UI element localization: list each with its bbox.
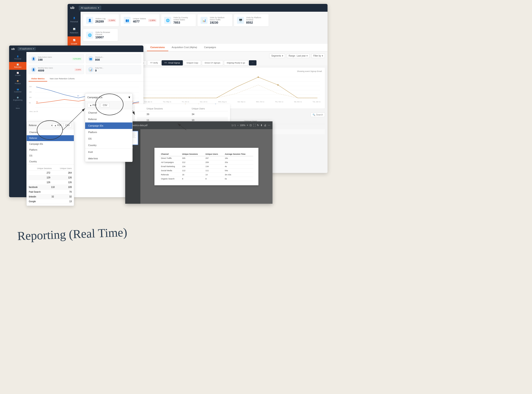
pdf-zoom-in[interactable]: + (247, 124, 248, 127)
sec-sidebar-growth[interactable]: 📈 Growth (9, 70, 26, 78)
sec-sidebar-engineering[interactable]: ⚙️ Engineering (9, 95, 26, 103)
dropdown-item-country[interactable]: Country (27, 159, 74, 165)
sec-growth-icon: 📈 (17, 72, 19, 74)
event-tab-drove[interactable]: Drove CF signups (202, 60, 223, 65)
big-dropdown-item-campaign[interactable]: Campaign IDs (85, 122, 132, 129)
visits-platform-icon: 🖥️ (237, 17, 244, 24)
big-dropdown-select[interactable]: Campaign IDs (87, 96, 127, 98)
pdf-fit[interactable]: ⊡ (250, 124, 252, 127)
sec-sidebar-more[interactable]: ⋯ More (9, 103, 26, 111)
big-dropdown-item-referrer[interactable]: Referrer (85, 116, 132, 122)
pdf-main: Channel Unique Sessions Unique Users Ave… (140, 129, 272, 204)
metric-wau: 👥 Weekly A... 808 (86, 54, 141, 63)
tab-campaigns[interactable]: Campaigns (201, 44, 220, 51)
dau-badge: +175.00% (72, 57, 82, 60)
sec-sidebar-personal[interactable]: 👤 Personal (9, 54, 26, 62)
pdf-print[interactable]: 🖨 (264, 124, 266, 127)
handwriting-text: Reporting (Real Time) (17, 226, 127, 243)
range-filter[interactable]: Range : Last year ▾ (287, 53, 310, 58)
dropdown-item-channel[interactable]: Channel (27, 129, 74, 135)
pdf-table-row: Direct Traffic 305 297 18s (160, 156, 253, 160)
big-dropdown-item-trust[interactable]: trust (85, 149, 132, 155)
sec-customer-icon: 👥 (17, 88, 19, 90)
small-pdf-btn[interactable]: ▲ PDF (52, 123, 63, 127)
pdf-table-row: Social Media 112 111 54s (160, 168, 253, 172)
pdf-page: Channel Unique Sessions Unique Users Ave… (154, 148, 258, 185)
visitor-tabs: Visitor Metrics New User Retention Cohor… (26, 76, 143, 82)
dropdown-item-campaign[interactable]: Campaign IDs (27, 141, 74, 147)
pdf-table-row: Email Marketing 134 134 4s (160, 164, 253, 168)
dau-icon: 👤 (31, 56, 36, 61)
sec-logo: ub (11, 47, 15, 51)
pdf-download[interactable]: ⬇ (260, 124, 262, 127)
stat-card-visitors-log: 👤 Visitors Log 26289 -1.94% (83, 14, 119, 26)
tab-conversions[interactable]: Conversions (147, 44, 168, 51)
visitor-tab-metrics[interactable]: Visitor Metrics (29, 76, 47, 82)
stat-card-visits-browser: 🌐 Visits by Browser Chrome 10007 (83, 29, 118, 41)
pdf-body: 1 Channel Unique Sessions Unique Users A… (125, 129, 272, 204)
svg-point-13 (277, 84, 279, 86)
big-dropdown-item-channel[interactable]: Channel (85, 109, 132, 116)
svg-text:90: 90 (36, 101, 38, 103)
pdf-toolbar: ☰ metrics-data.pdf 1 / 1 − 100% + ⊡ ⛶ ↻ … (125, 121, 272, 129)
segments-filter[interactable]: Segments ▾ (269, 53, 285, 58)
unique-visitors-badge: -1.90% (148, 19, 157, 22)
sec-sidebar: 👤 Personal 📊 Retention 📈 Growth 📦 Produc… (9, 52, 26, 197)
table-row: 126 126 (28, 180, 72, 185)
sec-personal-icon: 👤 (17, 56, 19, 57)
search-box[interactable]: 🔍 Search (311, 113, 325, 117)
table-row: linkedin 32 32 (28, 194, 72, 199)
event-tab-snippet[interactable]: Snippet Copy (184, 60, 201, 65)
pdf-zoom-out[interactable]: − (237, 124, 239, 127)
pdf-table-row: Referrals 16 14 3m 43s (160, 172, 253, 177)
big-dropdown-item-data-loss[interactable]: data-loss (85, 155, 132, 162)
sidebar-item-retention[interactable]: 📊 Retention (68, 25, 81, 36)
event-tab-tt-verify[interactable]: TT Verify (147, 60, 161, 65)
event-tab-edgetag-ready[interactable]: Edgetag Ready to go (224, 60, 248, 65)
sidebar-item-personal[interactable]: 👤 Personal (68, 14, 81, 25)
visits-medium-icon: 📊 (201, 17, 208, 24)
big-dropdown-item-country[interactable]: Country (85, 142, 132, 148)
sec-app-selector[interactable]: All applications ▾ (18, 47, 36, 51)
svg-text:150: 150 (29, 91, 32, 93)
event-tab-email-signup[interactable]: TT - Email Signup (162, 60, 183, 65)
visits-country-icon: 🌐 (164, 17, 171, 24)
big-pdf-btn[interactable]: ▲ PDF (87, 103, 99, 108)
small-dropdown-table: Unique Sessions Unique Users 272 264 129… (27, 165, 74, 206)
sec-sidebar-product[interactable]: 📦 Product (9, 78, 26, 86)
metric-mnu: 👤 Monthly New Users 4009 -2.04% (29, 65, 84, 74)
table-row: 272 264 (28, 171, 72, 175)
sec-retention-icon: 📊 (17, 64, 19, 66)
pdf-rotate[interactable]: ↻ (257, 124, 259, 127)
visitors-log-icon: 👤 (86, 17, 93, 24)
pdf-filename: metrics-data.pdf (132, 124, 230, 127)
filter-by[interactable]: Filter by ▾ (311, 53, 325, 58)
sec-sidebar-retention[interactable]: 📊 Retention (9, 62, 26, 70)
small-dropdown-panel: Referrer ▾ ▲ PDF CSV Channel Referrer Ca… (26, 121, 74, 206)
pdf-controls: 1 / 1 − 100% + ⊡ ⛶ ↻ ⬇ 🖨 ⋯ (232, 124, 270, 127)
small-csv-btn[interactable]: CSV (63, 123, 72, 127)
pdf-data-table: Channel Unique Sessions Unique Users Ave… (160, 152, 253, 181)
dropdown-item-os[interactable]: OS (27, 153, 74, 159)
retention-icon: 📊 (72, 27, 76, 31)
growth-icon: 📈 (72, 38, 76, 42)
event-tab-more[interactable]: ⋯ (249, 60, 256, 65)
visitor-tab-cohorts[interactable]: New User Retention Cohorts (47, 76, 77, 82)
pdf-more[interactable]: ⋯ (268, 124, 270, 127)
dropdown-item-platform[interactable]: Platform (27, 147, 74, 153)
pdf-viewer: ☰ metrics-data.pdf 1 / 1 − 100% + ⊡ ⛶ ↻ … (125, 121, 272, 204)
pdf-table-row: Ad Campaigns 212 209 20s (160, 160, 253, 164)
big-dropdown-item-os[interactable]: OS (85, 135, 132, 142)
dr-icon: 📊 (88, 67, 93, 72)
sec-sidebar-customer[interactable]: 👥 Customer (9, 87, 26, 94)
pdf-fullscreen[interactable]: ⛶ (253, 124, 256, 127)
big-csv-btn[interactable]: CSV (101, 103, 110, 108)
dropdown-item-referrer[interactable]: Referrer (27, 135, 74, 141)
dropdown-referrer-select[interactable]: Referrer ▾ (29, 124, 52, 127)
sidebar-item-growth[interactable]: 📈 Growth (68, 36, 81, 47)
tab-acquisition[interactable]: Acquisition Cost (Alpha) (168, 44, 201, 51)
big-dropdown-item-platform[interactable]: Platform (85, 129, 132, 135)
main-logo: ub (70, 6, 75, 10)
app-selector[interactable]: All applications ▾ (79, 6, 101, 10)
stat-card-visits-country: 🌐 Visits by Country United States 7853 (161, 14, 196, 26)
